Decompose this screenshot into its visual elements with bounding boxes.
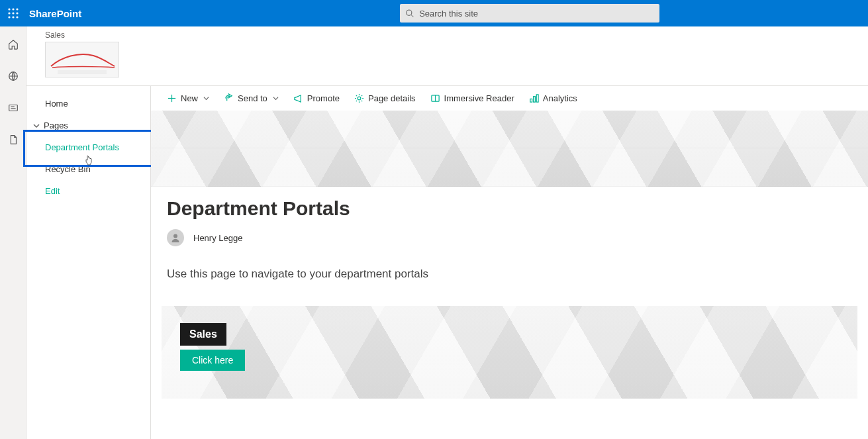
page-header: Department Portals Henry Legge [151, 187, 868, 252]
svg-point-18 [358, 97, 361, 100]
app-rail-home[interactable] [0, 36, 26, 53]
cmd-send-to-label: Send to [238, 93, 267, 103]
cmd-send-to[interactable]: Send to [218, 91, 284, 106]
reader-icon [430, 93, 440, 103]
file-icon [7, 134, 19, 146]
cmd-new[interactable]: New [162, 91, 215, 106]
waffle-icon [8, 8, 19, 19]
svg-rect-15 [58, 70, 107, 74]
app-rail [0, 26, 26, 439]
chevron-down-icon [273, 95, 279, 101]
nav-pages[interactable]: Pages [26, 115, 150, 136]
news-icon [7, 102, 19, 114]
link-card-title: Sales [180, 323, 226, 346]
analytics-icon [529, 93, 539, 103]
site-nav: Home Pages Department Portals Recycle Bi… [26, 86, 151, 439]
app-rail-news[interactable] [0, 99, 26, 117]
app-rail-files[interactable] [0, 131, 26, 148]
cmd-analytics-label: Analytics [543, 93, 577, 103]
chevron-down-icon [33, 122, 40, 129]
hero-links-region: Sales Click here [162, 306, 857, 399]
command-bar: New Send to Promote Page details [151, 86, 868, 111]
svg-rect-23 [536, 94, 538, 101]
svg-point-4 [12, 12, 14, 14]
cmd-promote[interactable]: Promote [288, 91, 345, 106]
author-avatar[interactable] [167, 229, 184, 246]
svg-point-7 [12, 16, 14, 18]
cmd-page-details[interactable]: Page details [349, 91, 421, 106]
link-card-sales[interactable]: Sales Click here [180, 323, 245, 371]
svg-point-9 [407, 10, 412, 15]
site-header: Sales [26, 26, 868, 86]
svg-point-5 [16, 12, 18, 14]
svg-line-10 [411, 15, 413, 17]
svg-point-2 [16, 8, 18, 10]
share-icon [224, 93, 234, 103]
page-hero [151, 111, 868, 187]
site-logo[interactable] [45, 42, 119, 77]
svg-point-8 [16, 16, 18, 18]
globe-icon [7, 70, 19, 82]
chevron-down-icon [203, 95, 209, 101]
svg-rect-22 [533, 96, 535, 101]
nav-department-portals[interactable]: Department Portals [26, 136, 150, 158]
home-icon [7, 38, 19, 50]
cmd-immersive-reader[interactable]: Immersive Reader [425, 91, 520, 106]
plus-icon [167, 93, 177, 103]
author-name[interactable]: Henry Legge [193, 233, 242, 243]
car-logo-icon [46, 42, 119, 77]
cmd-immersive-reader-label: Immersive Reader [444, 93, 514, 103]
search-icon [405, 9, 414, 18]
svg-rect-21 [530, 99, 532, 102]
site-breadcrumb[interactable]: Sales [45, 30, 868, 40]
svg-point-3 [8, 12, 10, 14]
author-row: Henry Legge [167, 229, 852, 246]
svg-point-0 [8, 8, 10, 10]
cmd-promote-label: Promote [307, 93, 340, 103]
link-card-button[interactable]: Click here [180, 350, 245, 371]
page-canvas: New Send to Promote Page details [151, 86, 868, 439]
nav-home[interactable]: Home [26, 93, 150, 115]
app-launcher-button[interactable] [0, 0, 26, 26]
cmd-new-label: New [181, 93, 198, 103]
svg-point-6 [8, 16, 10, 18]
svg-rect-12 [9, 105, 17, 111]
page-title: Department Portals [167, 197, 852, 220]
person-icon [170, 232, 181, 243]
svg-point-24 [173, 234, 177, 238]
app-name[interactable]: SharePoint [29, 8, 81, 19]
search-box[interactable] [400, 4, 659, 23]
app-rail-sites[interactable] [0, 68, 26, 85]
gear-icon [354, 93, 364, 103]
nav-pages-label: Pages [44, 121, 68, 130]
suite-bar: SharePoint [0, 0, 868, 26]
cmd-analytics[interactable]: Analytics [524, 91, 583, 106]
cmd-page-details-label: Page details [368, 93, 416, 103]
search-input[interactable] [418, 8, 654, 19]
nav-recycle-bin[interactable]: Recycle Bin [26, 158, 150, 180]
nav-edit[interactable]: Edit [26, 180, 150, 202]
page-intro: Use this page to navigate to your depart… [151, 252, 868, 286]
svg-point-1 [12, 8, 14, 10]
megaphone-icon [293, 93, 303, 103]
